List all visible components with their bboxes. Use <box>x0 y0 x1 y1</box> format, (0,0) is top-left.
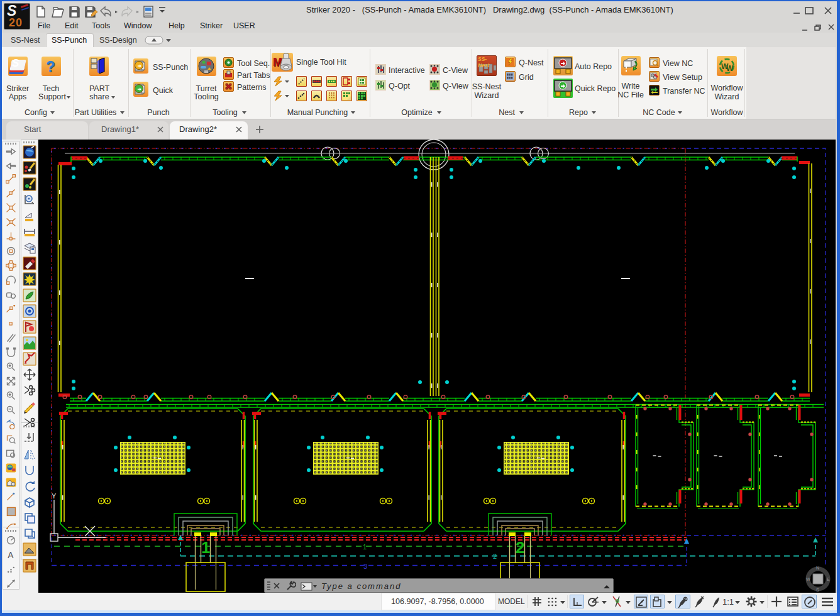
svg-text:E: E <box>827 577 830 581</box>
svg-text:W: W <box>806 577 810 581</box>
svg-text:A: A <box>8 550 14 560</box>
svg-text:3: 3 <box>363 563 367 570</box>
svg-text:2: 2 <box>516 538 524 557</box>
svg-text:1: 1 <box>363 543 367 551</box>
svg-text:1: 1 <box>201 538 210 557</box>
svg-text:Y: Y <box>52 492 57 500</box>
svg-text:2: 2 <box>493 553 497 560</box>
svg-text:W: W <box>726 64 734 73</box>
svg-text:S: S <box>816 588 819 592</box>
svg-text:N: N <box>816 566 819 570</box>
